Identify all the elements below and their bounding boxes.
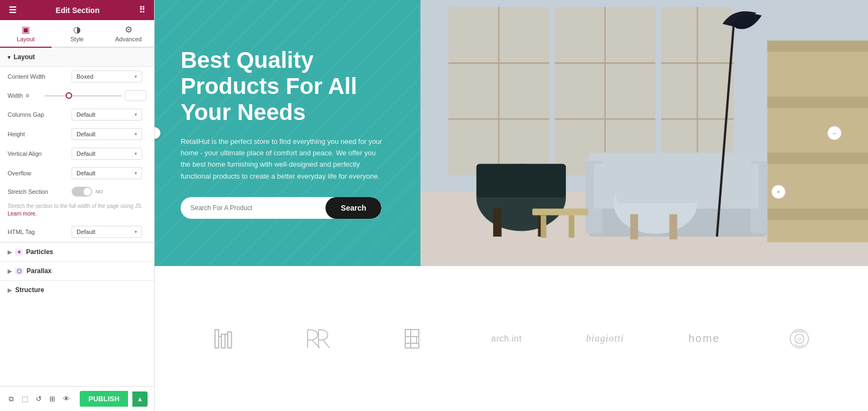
layout-chevron-icon: ▾ — [8, 54, 10, 60]
content-width-arrow-icon: ▾ — [135, 74, 137, 79]
search-button[interactable]: Search — [326, 197, 381, 219]
content-width-select[interactable]: Boxed ▾ — [72, 71, 142, 83]
width-slider-container — [44, 90, 146, 101]
logo-item-6: home — [688, 332, 720, 345]
hamburger-icon[interactable]: ☰ — [9, 5, 16, 15]
height-select[interactable]: Default ▾ — [72, 128, 142, 140]
stretch-learn-more-link[interactable]: Learn more. — [8, 211, 37, 217]
right-content: Best Quality Products For All Your Needs… — [155, 0, 868, 411]
svg-rect-42 — [215, 330, 219, 348]
tab-layout[interactable]: ▣ Layout — [0, 20, 52, 48]
svg-rect-31 — [616, 169, 698, 203]
layers-icon[interactable]: ⧉ — [7, 391, 16, 407]
panel-header: ☰ Edit Section ⠿ — [0, 0, 154, 20]
svg-rect-44 — [228, 332, 232, 347]
stretch-toggle-container: NO — [72, 187, 103, 197]
width-slider[interactable] — [44, 95, 122, 97]
width-responsive-icon: 🖥 — [25, 93, 30, 98]
logo-item-1 — [208, 327, 238, 350]
vertical-align-row: Vertical Align Default ▾ — [0, 144, 154, 163]
logo-item-7: o — [784, 327, 814, 350]
svg-rect-16 — [767, 41, 868, 52]
layout-section-header[interactable]: ▾ Layout — [0, 48, 154, 67]
tab-advanced[interactable]: ⚙ Advanced — [103, 20, 154, 48]
structure-section[interactable]: ▶ Structure — [0, 280, 154, 299]
logo-item-4: arch.int — [491, 334, 521, 344]
stretch-toggle-label: NO — [95, 189, 103, 194]
layout-tab-label: Layout — [17, 36, 35, 42]
logo-svg-7: o — [784, 327, 814, 350]
vertical-align-value: Default — [76, 150, 95, 157]
stretch-toggle[interactable] — [72, 187, 92, 197]
navigator-icon[interactable]: ⊞ — [48, 391, 57, 407]
columns-gap-row: Columns Gap Default ▾ — [0, 105, 154, 124]
parallax-chevron-icon: ▶ — [8, 268, 12, 274]
history-icon[interactable]: ↺ — [34, 391, 43, 407]
logo-svg-2 — [303, 327, 333, 350]
logo-text-biagiotti: biagiotti — [586, 333, 624, 344]
panel-body: ▾ Layout Content Width Boxed ▾ Width 🖥 — [0, 48, 154, 386]
svg-rect-43 — [221, 334, 225, 347]
html-tag-value: Default — [76, 229, 95, 235]
overflow-label: Overflow — [8, 170, 67, 176]
svg-rect-37 — [569, 216, 574, 238]
vertical-align-select[interactable]: Default ▾ — [72, 148, 142, 160]
columns-gap-select[interactable]: Default ▾ — [72, 109, 142, 121]
stretch-section-label: Stretch Section — [8, 188, 67, 195]
structure-label: Structure — [15, 286, 44, 294]
hero-section: Best Quality Products For All Your Needs… — [155, 0, 868, 266]
content-width-value: Boxed — [76, 73, 93, 80]
publish-arrow-button[interactable]: ▲ — [132, 391, 148, 407]
overflow-control: Default ▾ — [72, 167, 146, 179]
advanced-tab-label: Advanced — [115, 36, 142, 42]
publish-button[interactable]: PUBLISH — [80, 391, 128, 407]
logo-item-3 — [397, 327, 427, 350]
height-row: Height Default ▾ — [0, 124, 154, 144]
svg-rect-33 — [669, 214, 677, 239]
width-number-input[interactable] — [125, 90, 146, 101]
logo-item-5: biagiotti — [586, 333, 624, 344]
svg-rect-49 — [405, 330, 418, 337]
stretch-section-row: Stretch Section NO — [0, 183, 154, 200]
hero-description: RetailHut is the perfect store to find e… — [181, 136, 387, 182]
logos-section: arch.int biagiotti home o — [155, 266, 868, 411]
widgets-icon[interactable]: ⬚ — [20, 391, 29, 407]
svg-rect-36 — [541, 216, 546, 238]
height-label: Height — [8, 131, 67, 137]
content-width-row: Content Width Boxed ▾ — [0, 67, 154, 86]
structure-chevron-icon: ▶ — [8, 287, 12, 293]
svg-text:↔: ↔ — [832, 130, 837, 136]
svg-rect-32 — [630, 214, 638, 239]
stretch-note: Stretch the section to the full width of… — [0, 200, 154, 222]
logo-item-2 — [303, 327, 333, 350]
left-panel: ☰ Edit Section ⠿ ▣ Layout ◑ Style ⚙ Adva… — [0, 0, 155, 411]
vertical-align-arrow-icon: ▾ — [135, 151, 137, 156]
tab-style[interactable]: ◑ Style — [52, 20, 103, 48]
svg-rect-47 — [405, 330, 410, 348]
logo-svg-3 — [397, 327, 427, 350]
search-bar: Search — [181, 197, 381, 219]
parallax-section[interactable]: ▶ ⬡ Parallax — [0, 261, 154, 280]
overflow-value: Default — [76, 170, 95, 176]
width-label: Width 🖥 — [8, 92, 40, 99]
svg-rect-19 — [767, 208, 868, 220]
svg-text:+: + — [777, 189, 780, 195]
html-tag-control: Default ▾ — [72, 226, 146, 238]
content-width-control: Boxed ▾ — [72, 71, 146, 83]
style-tab-label: Style — [71, 36, 84, 42]
overflow-select[interactable]: Default ▾ — [72, 167, 142, 179]
hero-right: ↔ + — [420, 0, 868, 266]
particles-section[interactable]: ▶ ✦ Particles — [0, 242, 154, 261]
eye-icon[interactable]: 👁 — [62, 391, 71, 407]
columns-gap-control: Default ▾ — [72, 109, 146, 121]
parallax-label: Parallax — [27, 267, 52, 275]
resize-handle-left[interactable] — [155, 127, 161, 139]
html-tag-select[interactable]: Default ▾ — [72, 226, 142, 238]
panel-tabs: ▣ Layout ◑ Style ⚙ Advanced — [0, 20, 154, 48]
particles-label: Particles — [26, 248, 53, 256]
svg-rect-48 — [411, 330, 419, 348]
layout-section-label: Layout — [14, 53, 35, 61]
search-input[interactable] — [181, 197, 326, 219]
grid-icon[interactable]: ⠿ — [139, 5, 145, 15]
overflow-arrow-icon: ▾ — [135, 170, 137, 176]
